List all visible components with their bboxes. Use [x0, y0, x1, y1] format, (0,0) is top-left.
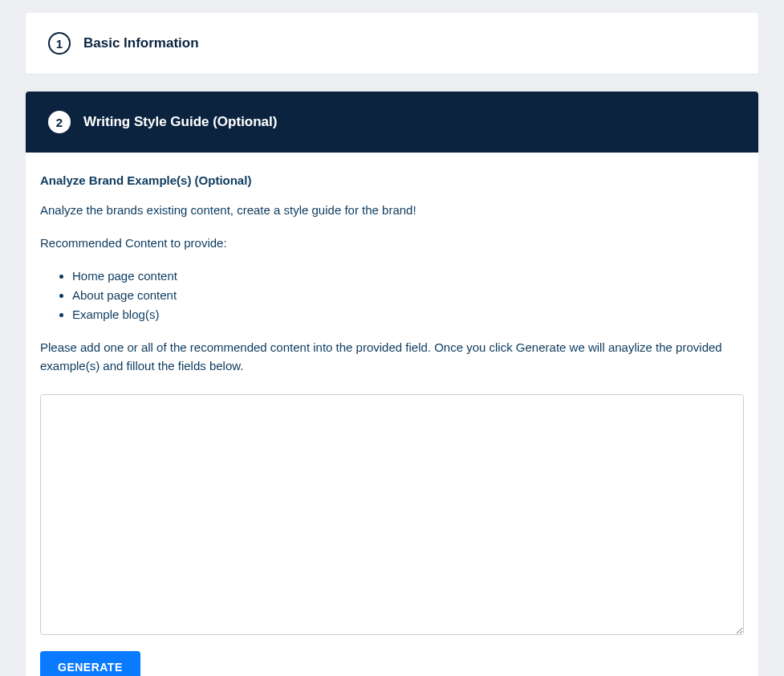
step-2-number-badge: 2: [48, 111, 71, 133]
step-2-card: 2 Writing Style Guide (Optional) Analyze…: [26, 92, 758, 676]
step-2-number: 2: [56, 116, 63, 129]
step-1-number-badge: 1: [48, 32, 71, 55]
step-1-number: 1: [56, 37, 63, 51]
analyze-section-title: Analyze Brand Example(s) (Optional): [40, 173, 744, 187]
analyze-intro-text: Analyze the brands existing content, cre…: [40, 202, 744, 220]
list-item: About page content: [72, 286, 744, 305]
generate-button[interactable]: Generate: [40, 651, 140, 676]
instruction-text: Please add one or all of the recommended…: [40, 339, 744, 375]
step-1-title: Basic Information: [83, 35, 199, 51]
list-item: Home page content: [72, 267, 744, 286]
step-2-body: Analyze Brand Example(s) (Optional) Anal…: [26, 153, 758, 676]
recommend-label: Recommended Content to provide:: [40, 234, 744, 253]
brand-content-textarea[interactable]: [40, 394, 744, 635]
list-item: Example blog(s): [72, 305, 744, 324]
step-1-card: 1 Basic Information: [26, 13, 758, 74]
step-2-title: Writing Style Guide (Optional): [83, 114, 277, 130]
step-1-header[interactable]: 1 Basic Information: [26, 13, 758, 74]
step-2-header[interactable]: 2 Writing Style Guide (Optional): [26, 92, 758, 153]
recommend-list: Home page content About page content Exa…: [40, 267, 744, 324]
